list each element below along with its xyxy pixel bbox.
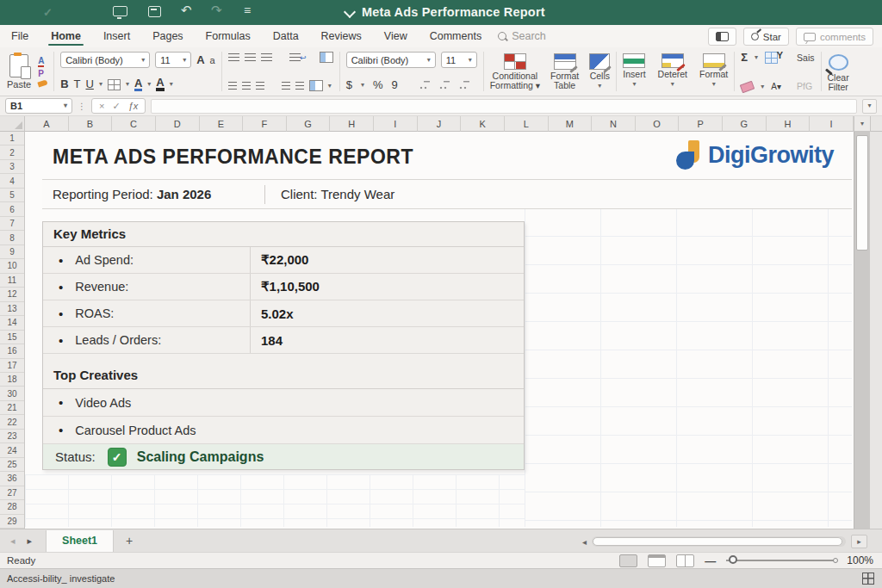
row-header[interactable]: 11 [0,274,24,288]
horizontal-scrollbar[interactable]: ◂ ▸ [582,535,867,548]
menu-comments[interactable]: Comments [419,25,493,47]
menu-home[interactable]: Home [40,25,92,47]
format-table-button[interactable]: Format Table [550,53,579,90]
comments-button[interactable]: comments [796,28,873,46]
clear-filter-button[interactable]: Clear Filter [824,50,853,93]
next-sheet-icon[interactable]: ▸ [28,535,33,547]
menu-reviews[interactable]: Reviews [310,25,373,47]
column-header[interactable]: K [461,116,505,132]
column-header[interactable]: G [287,116,331,132]
column-header[interactable]: C [112,116,156,132]
bold-button[interactable]: B [60,78,68,90]
vertical-scrollbar-thumb[interactable] [856,135,868,251]
column-header[interactable]: I [374,116,418,132]
scrollbar-top-button[interactable]: ▾ [854,116,871,132]
align-top-icon[interactable] [228,53,239,62]
eraser-icon[interactable] [740,80,755,93]
row-header[interactable]: 10 [0,259,24,273]
row-header[interactable]: 7 [0,217,24,231]
row-header[interactable]: 16 [0,344,24,358]
vertical-scrollbar[interactable] [854,132,870,529]
row-header[interactable]: 14 [0,316,24,330]
undo-icon[interactable]: ↶ [181,3,192,16]
grid-view-icon[interactable] [862,573,874,585]
column-header[interactable]: L [505,116,549,132]
row-header[interactable]: 22 [0,415,24,429]
page-break-view-icon[interactable] [676,554,694,567]
paste-button[interactable]: Paste [7,54,31,90]
align-middle-icon[interactable] [245,53,256,62]
hamburger-menu-icon[interactable]: ≡ [244,4,251,17]
chevron-down-icon[interactable] [344,6,356,18]
add-sheet-button[interactable]: + [126,534,133,548]
menu-file[interactable]: File [0,25,40,47]
menu-view[interactable]: View [373,25,419,47]
row-header[interactable]: 2 [0,145,24,159]
increase-indent-icon[interactable] [295,82,304,90]
column-header[interactable]: P [679,116,723,132]
fill-color-button[interactable]: A [156,77,164,91]
decrease-indent-icon[interactable] [282,82,290,90]
worksheet-canvas[interactable]: META ADS PERFORMANCE REPORT DigiGrowity … [25,132,854,529]
sidebar-toggle-button[interactable] [708,28,736,46]
row-header[interactable]: 4 [0,174,24,188]
formula-input[interactable] [151,99,857,114]
percent-format-button[interactable]: % [373,79,383,91]
comma-style-icon[interactable] [458,81,469,90]
zoom-out-icon[interactable]: — [705,554,716,567]
align-left-icon[interactable] [228,82,237,90]
row-header[interactable]: 28 [0,500,24,514]
redo-icon[interactable]: ↷ [211,3,222,16]
font-size-select-2[interactable]: 11▾ [441,52,477,68]
column-header[interactable]: I [810,116,854,132]
row-header[interactable]: 36 [0,472,24,486]
delete-cells-button[interactable]: Deteret ▾ [658,53,687,88]
column-header[interactable]: H [330,116,374,132]
conditional-formatting-button[interactable]: Conditional Formatting ▾ [490,53,540,90]
copy-icon[interactable]: P [38,70,44,78]
font-color-button[interactable]: A [134,78,142,91]
menu-insert[interactable]: Insert [92,25,141,47]
row-header[interactable]: 9 [0,245,24,259]
format-cells-button[interactable]: Format ▾ [699,53,728,88]
search-field[interactable]: Search [498,30,546,42]
row-header[interactable]: 27 [0,486,24,500]
row-header[interactable]: 1 [0,132,24,145]
zoom-slider[interactable] [726,560,836,561]
row-header[interactable]: 30 [0,387,24,400]
font-size-select[interactable]: 11▾ [155,52,191,68]
sheet-tab[interactable]: Sheet1 [46,530,114,552]
align-center-icon[interactable] [242,82,251,90]
currency-format-button[interactable]: $ [346,79,352,91]
name-box[interactable]: B1 ▾ [5,98,72,114]
number-format-button[interactable]: 9 [391,79,397,91]
row-header[interactable]: 3 [0,160,24,174]
row-header[interactable]: 18 [0,373,24,387]
autosum-button[interactable]: Σ [741,52,748,64]
confirm-entry-icon[interactable]: ✓ [112,101,120,112]
column-header[interactable]: B [69,116,113,132]
row-header[interactable]: 23 [0,430,24,443]
scroll-right-button[interactable]: ▸ [851,535,867,548]
row-header[interactable]: 6 [0,202,24,216]
grow-font-button[interactable]: A [196,54,204,66]
horizontal-scrollbar-track[interactable] [592,536,846,547]
column-header[interactable]: M [549,116,593,132]
insert-function-icon[interactable]: ƒx [128,101,139,111]
select-all-corner[interactable] [0,116,25,132]
cancel-entry-icon[interactable]: × [99,101,104,111]
scroll-left-icon[interactable]: ◂ [582,537,587,547]
zoom-slider-thumb[interactable] [729,555,737,564]
increase-decimal-icon[interactable] [438,81,450,90]
font-name-select-2[interactable]: Calibri (Body)▾ [346,52,436,68]
insert-cells-button[interactable]: Insert ▾ [623,53,645,88]
font-name-select[interactable]: Calibri (Body)▾ [60,52,150,68]
borders-icon[interactable] [108,79,121,90]
format-painter-icon[interactable]: A [38,57,44,67]
column-header[interactable]: H [767,116,811,132]
column-header[interactable]: N [592,116,636,132]
sort-az-icon[interactable]: A▾ [771,82,781,91]
column-header[interactable]: A [25,116,69,132]
horizontal-scrollbar-thumb[interactable] [593,537,842,546]
monitor-icon[interactable] [113,6,127,16]
